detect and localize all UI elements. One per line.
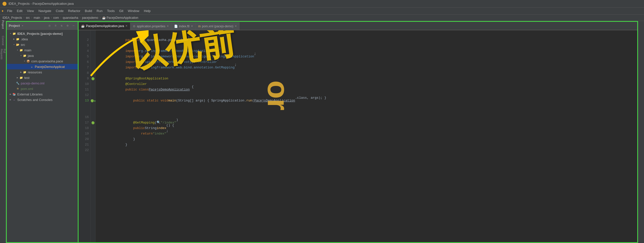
tree-resources[interactable]: ▶ 📁 resources [7, 69, 78, 75]
menu-build[interactable]: Build [83, 9, 94, 13]
code-line-15 [98, 109, 635, 114]
menu-help[interactable]: Help [142, 9, 153, 13]
menu-view[interactable]: View [25, 9, 36, 13]
pom-icon: m [16, 87, 20, 91]
menu-file[interactable]: File [5, 9, 14, 13]
panel-dropdown-icon[interactable]: ▾ [22, 24, 24, 27]
breadcrumb-item-7[interactable]: ☕ PacejsDemoApplication [102, 16, 138, 20]
tree-iml[interactable]: 🔧 pacejs-demo.iml [7, 80, 78, 86]
code-line-21: } [98, 142, 635, 148]
tree-ext-libs[interactable]: ▶ 📚 External Libraries [7, 91, 78, 97]
tree-main[interactable]: ▾ 📁 main [7, 47, 78, 53]
menu-navigate[interactable]: Navigate [37, 9, 53, 13]
menu-refactor[interactable]: Refactor [66, 9, 82, 13]
resources-icon: 📁 [23, 70, 27, 74]
file-tree: ▾ 📁 IDEA_Projects [pacejs-demo] ▶ 📁 .ide… [7, 30, 78, 242]
code-content[interactable]: package com.quanxiaoha.pacejsdemo; impor… [96, 30, 637, 242]
menu-tools[interactable]: Tools [105, 9, 117, 13]
root-arrow-icon: ▾ [9, 32, 12, 35]
left-sidebar-strip: Project Commit Pull Requests [0, 21, 6, 243]
tree-pom[interactable]: m pom.xml [7, 86, 78, 91]
code-line-7: import org.springframework.web.bind.anno… [98, 65, 635, 70]
tab-pacejs-demo-app[interactable]: ☕ PacejsDemoApplication.java ✕ [79, 22, 130, 30]
line-numbers: 2 3 4 5 6 7 8 9 10 11 12 13 16 17 18 19 … [79, 30, 91, 242]
tree-java[interactable]: ▾ 📁 java [7, 53, 78, 58]
settings-icon[interactable]: ⚙ [65, 24, 70, 28]
project-panel-header: Project ▾ ◎ ≡ ⇅ ⚙ — [7, 22, 78, 30]
code-line-12 [98, 92, 635, 98]
tree-src[interactable]: ▾ 📂 src [7, 42, 78, 47]
breadcrumb-item-2[interactable]: main [34, 16, 40, 20]
springboot-gutter-icon[interactable]: 🟢 [91, 76, 95, 81]
right-panel [638, 21, 644, 243]
tab-close-pom[interactable]: ✕ [235, 25, 237, 28]
collapse-icon[interactable]: ≡ [53, 24, 58, 28]
tree-package[interactable]: ▾ 📦 com.quanxiaoha.pace [7, 58, 78, 64]
breadcrumb-item-4[interactable]: com [53, 16, 59, 20]
tabs-bar: ☕ PacejsDemoApplication.java ✕ ⚙ applica… [79, 22, 637, 30]
run-gutter-icon[interactable]: 🟢 ▶ [91, 98, 95, 103]
tab-close-ftl[interactable]: ✕ [191, 25, 193, 28]
project-sidebar-tab[interactable]: Project [1, 22, 5, 27]
pkg-arrow-icon: ▾ [23, 60, 26, 63]
tree-iml-label: pacejs-demo.iml [21, 81, 45, 85]
getmapping-gutter-icon[interactable]: 🟢 [91, 120, 95, 126]
tree-root[interactable]: ▾ 📁 IDEA_Projects [pacejs-demo] [7, 31, 78, 36]
title-bar-text: IDEA_Projects - PacejsDemoApplication.ja… [9, 2, 74, 6]
tab-pom-xml[interactable]: m pom.xml (pacejs-demo) ✕ [196, 22, 240, 30]
menu-git[interactable]: Git [117, 9, 125, 13]
tab-application-props[interactable]: ⚙ application.properties ✕ [130, 22, 172, 30]
project-panel-title: Project [9, 24, 20, 28]
code-area: 2 3 4 5 6 7 8 9 10 11 12 13 16 17 18 19 … [79, 30, 637, 242]
code-line-4: import org.springframework.boot.SpringAp… [98, 48, 635, 54]
tab-label-pom: pom.xml (pacejs-demo) [202, 25, 233, 28]
tree-scratches[interactable]: ▶ ✏ Scratches and Consoles [7, 97, 78, 102]
tab-index-ftl[interactable]: 📄 index.ftl ✕ [172, 22, 196, 30]
tree-main-class[interactable]: ☕ PacejsDemoApplicat [7, 64, 78, 69]
panel-close-icon[interactable]: — [71, 24, 76, 28]
tree-test[interactable]: ▶ 📁 test [7, 75, 78, 80]
code-line-10: @Controller [98, 81, 635, 87]
project-panel: Project ▾ ◎ ≡ ⇅ ⚙ — ▾ 📁 IDEA_Projects [p… [6, 21, 79, 243]
idea-arrow-icon: ▶ [12, 38, 16, 41]
tab-close-props[interactable]: ✕ [167, 25, 169, 28]
tree-java-label: java [28, 54, 34, 58]
tree-root-label: IDEA_Projects [pacejs-demo] [17, 32, 63, 36]
breadcrumb-item-0[interactable]: IDEA_Projects [3, 16, 22, 20]
tab-close-pacejs[interactable]: ✕ [125, 24, 128, 28]
tab-java-icon: ☕ [81, 24, 85, 28]
code-line-14 [98, 103, 635, 109]
src-arrow-icon: ▾ [12, 43, 16, 46]
root-folder-icon: 📁 [12, 32, 16, 36]
tree-main-class-label: PacejsDemoApplicat [35, 65, 65, 69]
code-line-9: @SpringBootApplication [98, 76, 635, 81]
gutter: 🟢 🟢 ▶ 🟢 [91, 30, 96, 242]
menu-run[interactable]: Run [95, 9, 105, 13]
scope-icon[interactable]: ◎ [47, 24, 52, 28]
menu-edit[interactable]: Edit [15, 9, 24, 13]
code-line-13: public static void main(String[] args) {… [98, 98, 635, 103]
breadcrumb-item-5[interactable]: quanxiaoha [63, 16, 78, 20]
breadcrumb-item-3[interactable]: java [44, 16, 50, 20]
menu-code[interactable]: Code [54, 9, 66, 13]
tree-pom-label: pom.xml [21, 87, 33, 91]
scroll-icon[interactable]: ⇅ [59, 24, 64, 28]
breadcrumb-item-6[interactable]: pacejsdemo [82, 16, 98, 20]
tab-label-props: application.properties [137, 25, 165, 28]
extlibs-arrow-icon: ▶ [9, 93, 12, 96]
menu-window[interactable]: Window [126, 9, 141, 13]
tree-idea[interactable]: ▶ 📁 .idea [7, 36, 78, 42]
tab-props-icon: ⚙ [133, 25, 136, 28]
commit-sidebar-tab[interactable]: Commit [1, 38, 5, 43]
tab-label-pacejs: PacejsDemoApplication.java [86, 24, 124, 28]
pull-requests-sidebar-tab[interactable]: Pull Requests [1, 52, 5, 56]
scratches-icon: ✏ [12, 98, 16, 102]
breadcrumb-item-1[interactable]: src [26, 16, 30, 20]
code-line-1 [98, 32, 635, 37]
code-line-8 [98, 70, 635, 76]
tree-test-label: test [24, 76, 30, 80]
scratches-arrow-icon: ▶ [9, 98, 12, 101]
tree-idea-label: .idea [21, 37, 28, 41]
idea-logo-icon: ♦ [2, 9, 4, 13]
code-line-11: public class PacejsDemoApplication { [98, 87, 635, 92]
